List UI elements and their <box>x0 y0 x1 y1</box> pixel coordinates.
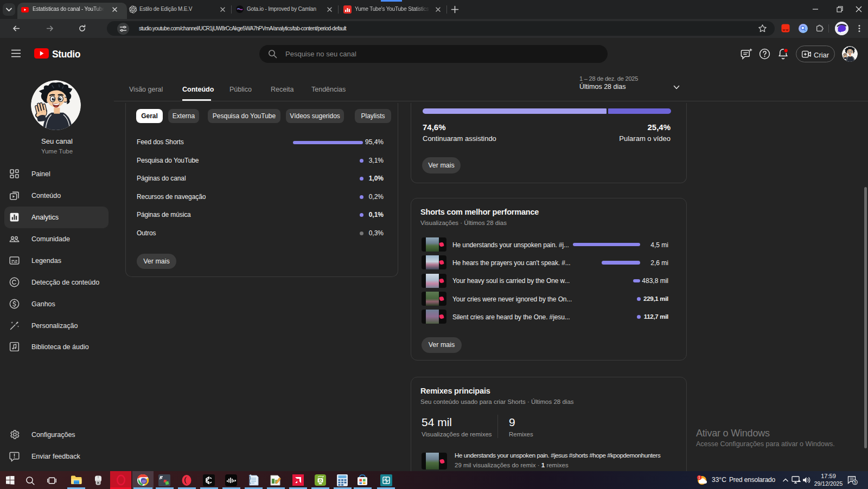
svg-text:1: 1 <box>698 475 700 479</box>
svg-text:5: 5 <box>854 480 856 484</box>
